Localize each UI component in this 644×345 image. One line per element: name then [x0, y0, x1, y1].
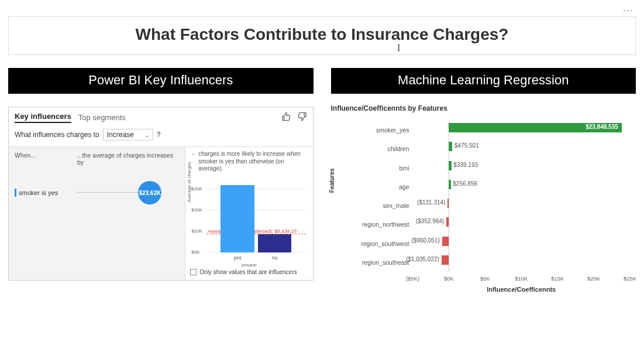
influencer-factor: smoker is yes	[19, 189, 58, 196]
more-menu-icon[interactable]: ...	[623, 4, 633, 13]
ml-row-age[interactable]: age$256.856	[413, 177, 631, 196]
ml-value-label: $256.856	[453, 180, 477, 187]
ml-row-smoker_yes[interactable]: smoker_yes$23,848.535	[413, 121, 631, 139]
ml-row-bmi[interactable]: bmi$339.193	[413, 159, 631, 177]
influencers-list: When... ...the average of charges increa…	[9, 147, 185, 280]
ytick-20: $20K	[191, 207, 202, 212]
ml-value-label: $475.501	[454, 142, 479, 149]
ml-value-label: ($131.314)	[417, 199, 445, 206]
ml-row-region_northwest[interactable]: region_northwest($352.964)	[413, 215, 631, 234]
ml-bar	[449, 142, 452, 151]
ml-value-label: ($352.964)	[416, 218, 444, 224]
ml-xtick: $0K	[444, 275, 454, 282]
ml-bar	[446, 217, 449, 227]
ml-bar	[449, 180, 450, 189]
ml-xtick: ($5K)	[406, 275, 419, 282]
explanation-panel: ← charges is more likely to increase whe…	[185, 147, 312, 280]
only-influencers-label: Only show values that are influencers	[199, 269, 297, 275]
ml-value-label: ($1,035.022)	[406, 256, 439, 262]
ytick-0: $0K	[191, 249, 199, 254]
when-header: When...	[15, 152, 77, 166]
thumbs-up-icon[interactable]	[281, 112, 291, 123]
ml-bar	[449, 161, 451, 170]
right-column: Machine Learning Regression Influence/Co…	[331, 68, 636, 293]
ml-category-label: region_southeast	[362, 259, 413, 266]
ml-category-label: region_northwest	[362, 221, 413, 228]
ml-value-label: $339.193	[453, 162, 478, 168]
ml-chart-title: Influence/Coefficennts by Features	[331, 104, 636, 112]
ml-bar	[442, 255, 449, 265]
influence-direction-select[interactable]: Increase ⌄	[103, 129, 153, 141]
mini-bar-chart: Average of charges $0K $10K $20K $30K Av…	[190, 179, 308, 267]
ml-category-label: children	[388, 145, 413, 152]
title-container: What Factors Contribute to Insurance Cha…	[8, 16, 636, 55]
page-title: What Factors Contribute to Insurance Cha…	[15, 25, 629, 44]
only-influencers-checkbox[interactable]	[190, 269, 197, 275]
ml-category-label: smoker_yes	[376, 127, 413, 134]
mini-xaxis-label: smoker	[190, 262, 308, 268]
ml-category-label: bmi	[400, 165, 413, 172]
text-cursor: I	[397, 43, 400, 53]
influencer-row[interactable]: smoker is yes $23.62K	[15, 181, 179, 204]
ml-row-region_southeast[interactable]: region_southeast($1,035.022)	[413, 253, 631, 272]
mini-yaxis-label: Average of charges	[187, 162, 192, 202]
ml-category-label: age	[399, 183, 413, 190]
select-value: Increase	[107, 131, 134, 139]
ml-value-label: ($960.051)	[411, 237, 439, 244]
ml-xtick: $20K	[587, 275, 600, 282]
tab-key-influencers[interactable]: Key influencers	[15, 112, 71, 123]
bar-no[interactable]	[258, 234, 292, 252]
ml-xtick: $10K	[515, 275, 528, 282]
ml-xtick: $5K	[480, 275, 490, 282]
xlabel-yes: yes	[221, 255, 254, 261]
ytick-10: $10K	[191, 228, 202, 233]
thumbs-down-icon[interactable]	[298, 112, 307, 123]
ml-value-label: $23,848.535	[586, 124, 622, 130]
ml-xtick: $25K	[624, 275, 636, 282]
left-section-header: Power BI Key Influencers	[8, 68, 314, 94]
ml-xtick: $15K	[551, 275, 564, 282]
ml-bar-chart: Features smoker_yes$23,848.535children$4…	[331, 117, 636, 293]
ml-row-children[interactable]: children$475.501	[413, 139, 631, 158]
key-influencers-panel: Key influencers Top segments What influe…	[8, 107, 314, 281]
ml-yaxis-label: Features	[329, 168, 335, 193]
tab-top-segments[interactable]: Top segments	[78, 113, 126, 122]
ml-row-region_southwest[interactable]: region_southwest($960.051)	[413, 234, 631, 253]
bar-yes[interactable]	[221, 185, 254, 252]
explanation-text: charges is more likely to increase when …	[198, 151, 308, 173]
ml-bar	[447, 199, 449, 208]
question-prefix: What influences charges to	[15, 131, 99, 139]
help-icon[interactable]: ?	[157, 131, 161, 139]
ml-category-label: region_southwest	[361, 240, 412, 247]
selected-tick-icon	[15, 189, 16, 197]
ml-xaxis-label: Influence/Coefficennts	[413, 286, 631, 293]
increases-header: ...the average of charges increases by	[77, 152, 179, 166]
ytick-30: $30K	[191, 186, 202, 191]
xlabel-no: no	[258, 255, 292, 261]
ml-bar	[442, 237, 449, 246]
right-section-header: Machine Learning Regression	[331, 68, 636, 94]
ml-row-sex_male[interactable]: sex_male($131.314)	[413, 196, 631, 215]
chevron-down-icon: ⌄	[144, 132, 149, 138]
influence-bubble: $23.62K	[138, 181, 161, 204]
ml-category-label: sex_male	[383, 202, 413, 209]
left-column: Power BI Key Influencers Key influencers…	[8, 68, 314, 293]
